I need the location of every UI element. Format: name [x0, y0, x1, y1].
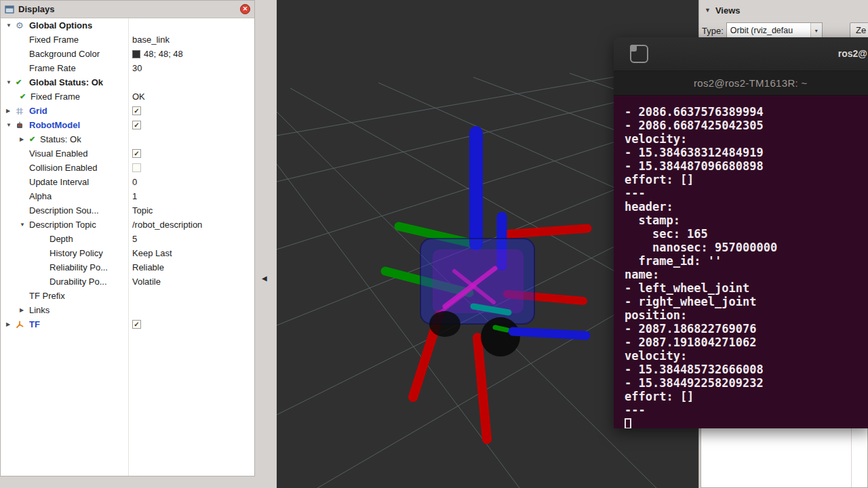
terminal-line: - 15.384492258209232: [625, 376, 868, 390]
display-property-row[interactable]: TF Prefix: [1, 289, 254, 303]
property-value-cell: ✓: [128, 149, 254, 158]
display-property-row[interactable]: ▶Links: [1, 303, 254, 317]
property-name-cell: History Policy: [1, 248, 128, 258]
property-name: Collision Enabled: [29, 163, 97, 173]
display-property-row[interactable]: Background Color48; 48; 48: [1, 47, 254, 61]
property-value-cell: ✓: [128, 320, 254, 329]
collapse-arrow-icon[interactable]: ▶: [6, 321, 16, 327]
collapse-arrow-icon[interactable]: ▶: [6, 108, 16, 114]
property-value-cell: /robot_description: [128, 220, 254, 230]
zero-button[interactable]: Ze: [850, 22, 868, 39]
property-icon-slot: [16, 121, 29, 129]
restore-window-icon[interactable]: [630, 45, 648, 63]
property-name: Status: Ok: [40, 134, 81, 144]
views-panel-title: Views: [715, 5, 741, 16]
terminal-tab[interactable]: ros2@ros2-TM1613R: ~: [694, 77, 808, 89]
terminal-line: frame_id: '': [625, 254, 868, 268]
property-icon-slot: [16, 321, 29, 329]
display-property-row[interactable]: History PolicyKeep Last: [1, 246, 254, 260]
display-property-row[interactable]: Fixed Framebase_link: [1, 33, 254, 47]
display-property-row[interactable]: Description Sou...Topic: [1, 203, 254, 218]
property-name-cell: Frame Rate: [1, 63, 128, 73]
property-value[interactable]: OK: [132, 92, 145, 102]
property-value[interactable]: Reliable: [132, 262, 164, 272]
close-icon[interactable]: ✕: [240, 4, 250, 14]
property-value[interactable]: Keep Last: [132, 248, 172, 258]
terminal-titlebar[interactable]: ros2@: [614, 37, 868, 71]
display-property-row[interactable]: Visual Enabled✓: [1, 146, 254, 161]
expand-arrow-icon[interactable]: ▼: [20, 222, 29, 228]
property-name: TF: [29, 319, 40, 329]
terminal-line: - 2086.6637576389994: [625, 105, 868, 119]
display-property-row[interactable]: ✔Fixed FrameOK: [1, 89, 254, 104]
display-property-row[interactable]: Collision Enabled: [1, 161, 254, 175]
displays-panel: Displays ✕ ▼⚙Global OptionsFixed Frameba…: [0, 0, 255, 476]
property-name-cell: ▼✔Global Status: Ok: [1, 77, 128, 87]
checkbox-checked[interactable]: ✓: [132, 106, 141, 115]
terminal-line: velocity:: [625, 132, 868, 146]
checkbox-checked[interactable]: ✓: [132, 149, 141, 158]
terminal-body[interactable]: - 2086.6637576389994- 2086.6687425042305…: [614, 96, 868, 428]
property-value[interactable]: 30: [132, 63, 142, 73]
property-name: Global Options: [29, 20, 92, 30]
status-ok-check-icon: ✔: [16, 78, 22, 87]
display-property-row[interactable]: Update Interval0: [1, 175, 254, 189]
display-property-row[interactable]: ▼⚙Global Options: [1, 18, 254, 33]
terminal-line: - left_wheel_joint: [625, 281, 868, 295]
display-property-row[interactable]: Depth5: [1, 232, 254, 246]
display-property-row[interactable]: ▼Description Topic/robot_description: [1, 218, 254, 232]
collapse-arrow-icon[interactable]: ▶: [20, 136, 29, 142]
display-property-row[interactable]: ▼✔Global Status: Ok: [1, 75, 254, 89]
display-property-row[interactable]: Reliability Po...Reliable: [1, 260, 254, 274]
views-collapse-icon[interactable]: ▼: [705, 7, 711, 14]
property-name: Global Status: Ok: [29, 77, 103, 87]
collapse-arrow-icon[interactable]: ▶: [20, 307, 29, 313]
property-value[interactable]: 5: [132, 234, 137, 244]
property-name: Grid: [29, 106, 47, 116]
views-panel-header[interactable]: ▼ Views: [699, 0, 868, 20]
property-value[interactable]: 0: [132, 177, 137, 187]
expand-arrow-icon[interactable]: ▼: [6, 22, 16, 28]
expand-arrow-icon[interactable]: ▼: [6, 122, 16, 128]
property-name: Reliability Po...: [50, 262, 108, 272]
property-value[interactable]: 48; 48; 48: [144, 49, 183, 59]
property-name-cell: ▶✔Status: Ok: [1, 134, 128, 144]
terminal-line: effort: []: [625, 390, 868, 403]
checkbox-checked[interactable]: ✓: [132, 121, 141, 129]
display-property-row[interactable]: ▶TF✓: [1, 317, 254, 331]
collapse-arrow-icon[interactable]: ◀: [262, 274, 267, 282]
property-value-cell: 48; 48; 48: [128, 49, 254, 59]
property-name: Fixed Frame: [29, 35, 79, 45]
property-icon-slot: ✔: [29, 135, 40, 144]
property-name: Description Topic: [29, 220, 96, 230]
displays-panel-titlebar[interactable]: Displays ✕: [1, 1, 254, 18]
property-value-cell: Volatile: [128, 277, 254, 287]
terminal-line: name:: [625, 268, 868, 281]
tf-icon: [16, 321, 24, 329]
property-value[interactable]: Volatile: [132, 277, 161, 287]
property-value[interactable]: base_link: [132, 35, 170, 45]
display-property-row[interactable]: ▶✔Status: Ok: [1, 132, 254, 146]
property-value-cell: Reliable: [128, 262, 254, 272]
property-value-cell: 30: [128, 63, 254, 73]
status-ok-check-icon: ✔: [20, 92, 26, 101]
display-property-row[interactable]: ▼RobotModel✓: [1, 118, 254, 132]
property-name: History Policy: [50, 248, 103, 258]
display-property-row[interactable]: Alpha1: [1, 189, 254, 203]
terminal-line: position:: [625, 308, 868, 322]
display-property-row[interactable]: Durability Po...Volatile: [1, 274, 254, 289]
panel-splitter[interactable]: ◀: [255, 0, 277, 488]
property-name-cell: TF Prefix: [1, 291, 128, 301]
terminal-window: ros2@ ros2@ros2-TM1613R: ~ - 2086.663757…: [614, 37, 868, 428]
expand-arrow-icon[interactable]: ▼: [6, 79, 16, 85]
property-value[interactable]: 1: [132, 191, 137, 201]
display-property-row[interactable]: Frame Rate30: [1, 61, 254, 75]
view-type-dropdown[interactable]: Orbit (rviz_defau ▾: [726, 22, 823, 39]
property-value[interactable]: /robot_description: [132, 220, 202, 230]
checkbox-unchecked[interactable]: [132, 163, 141, 172]
property-value[interactable]: Topic: [132, 205, 153, 216]
property-name: Fixed Frame: [31, 92, 80, 102]
checkbox-checked[interactable]: ✓: [132, 320, 141, 329]
terminal-line: - 15.384487096680898: [625, 159, 868, 173]
display-property-row[interactable]: ▶Grid✓: [1, 104, 254, 118]
